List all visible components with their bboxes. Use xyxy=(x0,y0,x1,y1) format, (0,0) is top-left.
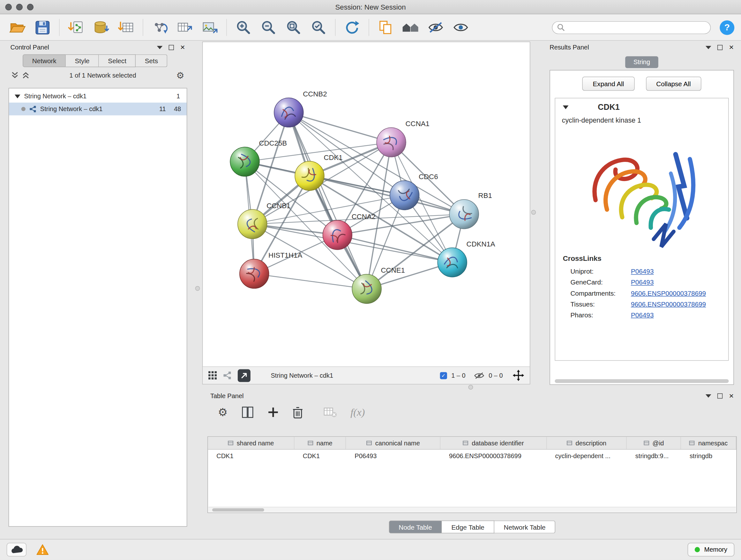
network-tools-button[interactable] xyxy=(149,17,171,38)
column-header[interactable]: description xyxy=(547,437,627,449)
help-button[interactable]: ? xyxy=(720,20,734,35)
column-header[interactable]: namespac xyxy=(681,437,736,449)
network-node-cdk1[interactable]: CDK1 xyxy=(295,153,343,191)
network-node-cdc6[interactable]: CDC6 xyxy=(390,173,438,210)
collapse-panel-icon[interactable] xyxy=(705,46,711,49)
tab-node-table[interactable]: Node Table xyxy=(389,520,442,533)
network-edge[interactable] xyxy=(337,235,452,262)
cell-namespace[interactable]: stringdb xyxy=(681,452,736,459)
column-header[interactable]: @id xyxy=(627,437,681,449)
warning-icon[interactable] xyxy=(36,543,49,556)
left-splitter-handle[interactable] xyxy=(195,286,200,291)
network-edge[interactable] xyxy=(289,112,367,289)
import-network-database-button[interactable] xyxy=(90,17,112,38)
cloud-status-button[interactable] xyxy=(7,543,26,557)
import-table-file-button[interactable] xyxy=(115,17,137,38)
tab-network-table[interactable]: Network Table xyxy=(494,520,556,533)
show-all-button[interactable] xyxy=(450,17,472,38)
show-columns-icon[interactable] xyxy=(241,406,254,419)
gear-icon[interactable]: ⚙ xyxy=(176,71,184,79)
refresh-network-button[interactable] xyxy=(341,17,363,38)
table-horizontal-scrollbar[interactable] xyxy=(208,507,736,512)
network-overview-icon[interactable] xyxy=(223,371,232,380)
gene-section-header[interactable]: CDK1 xyxy=(555,98,728,116)
results-horizontal-scrollbar[interactable] xyxy=(555,379,729,383)
network-node-rb1[interactable]: RB1 xyxy=(449,192,492,229)
network-node-ccnb1[interactable]: CCNB1 xyxy=(238,202,291,239)
network-node-ccna1[interactable]: CCNA1 xyxy=(377,120,429,157)
column-header[interactable]: database identifier xyxy=(441,437,547,449)
close-panel-icon[interactable]: ✕ xyxy=(729,44,734,50)
network-node-ccne1[interactable]: CCNE1 xyxy=(352,266,405,303)
cell-canonical-name[interactable]: P06493 xyxy=(346,452,441,459)
close-panel-icon[interactable]: ✕ xyxy=(180,44,185,50)
column-header[interactable]: name xyxy=(294,437,346,449)
tab-edge-table[interactable]: Edge Table xyxy=(442,520,494,533)
tab-style[interactable]: Style xyxy=(66,54,99,67)
tab-sets[interactable]: Sets xyxy=(136,54,167,67)
selected-items-checkbox[interactable]: ✓ xyxy=(440,372,447,379)
network-edge[interactable] xyxy=(310,176,464,214)
open-session-button[interactable] xyxy=(7,17,28,38)
memory-button[interactable]: Memory xyxy=(688,543,734,557)
collapse-panel-icon[interactable] xyxy=(157,46,163,49)
cell-name[interactable]: CDK1 xyxy=(294,452,346,459)
cell-database-identifier[interactable]: 9606.ENSP00000378699 xyxy=(441,452,547,459)
cell-shared-name[interactable]: CDK1 xyxy=(208,452,294,459)
network-row[interactable]: String Network – cdk1 11 48 xyxy=(9,103,187,115)
float-panel-icon[interactable] xyxy=(718,45,723,50)
collapse-panel-icon[interactable] xyxy=(705,394,711,397)
table-options-gear-icon[interactable]: ⚙ xyxy=(218,407,228,418)
maximize-window-button[interactable] xyxy=(27,4,33,10)
network-node-hist1h1a[interactable]: HIST1H1A xyxy=(240,251,302,288)
network-edge[interactable] xyxy=(254,273,367,289)
expand-all-button[interactable]: Expand All xyxy=(583,77,634,91)
crosslink-link[interactable]: P06493 xyxy=(631,267,654,275)
close-window-button[interactable] xyxy=(5,4,12,10)
expand-all-rows-icon[interactable] xyxy=(11,71,18,79)
close-panel-icon[interactable]: ✕ xyxy=(729,393,734,399)
horizontal-splitter-handle[interactable] xyxy=(468,385,473,389)
collapse-all-button[interactable]: Collapse All xyxy=(646,77,701,91)
disclosure-triangle-icon[interactable] xyxy=(563,105,569,109)
zoom-out-button[interactable] xyxy=(258,17,279,38)
crosslink-link[interactable]: P06493 xyxy=(631,311,654,319)
float-panel-icon[interactable] xyxy=(718,393,723,398)
float-panel-icon[interactable] xyxy=(169,45,174,50)
network-collection-row[interactable]: String Network – cdk1 1 xyxy=(9,90,187,103)
delete-column-trash-icon[interactable] xyxy=(292,406,304,419)
cell-description[interactable]: cyclin-dependent ... xyxy=(547,452,627,459)
import-network-file-button[interactable] xyxy=(65,17,87,38)
cell-id[interactable]: stringdb:9... xyxy=(627,452,681,459)
disclosure-triangle-icon[interactable] xyxy=(15,94,20,98)
zoom-in-button[interactable] xyxy=(232,17,254,38)
add-column-icon[interactable] xyxy=(267,407,279,418)
network-node-cdc25b[interactable]: CDC25B xyxy=(230,139,287,176)
right-splitter-handle[interactable] xyxy=(531,210,536,215)
network-node-cdkn1a[interactable]: CDKN1A xyxy=(437,240,495,277)
crosslink-link[interactable]: 9606.ENSP00000378699 xyxy=(631,289,706,297)
new-network-from-table-button[interactable] xyxy=(174,17,196,38)
home-views-button[interactable] xyxy=(400,17,421,38)
grid-view-icon[interactable] xyxy=(208,371,217,380)
zoom-fit-button[interactable] xyxy=(283,17,305,38)
search-input[interactable] xyxy=(568,24,705,31)
export-image-button[interactable] xyxy=(199,17,220,38)
column-header[interactable]: canonical name xyxy=(346,437,441,449)
crosslink-link[interactable]: P06493 xyxy=(631,278,654,286)
tab-network[interactable]: Network xyxy=(23,54,66,67)
toolbar-search[interactable] xyxy=(552,21,711,34)
hide-selection-button[interactable] xyxy=(425,17,447,38)
column-header[interactable]: shared name xyxy=(208,437,294,449)
network-edge[interactable] xyxy=(289,112,391,142)
string-results-tab[interactable]: String xyxy=(625,56,658,68)
pan-move-icon[interactable] xyxy=(513,370,524,381)
detach-view-button[interactable] xyxy=(238,369,251,382)
copy-button[interactable] xyxy=(375,17,396,38)
zoom-selected-button[interactable] xyxy=(308,17,329,38)
crosslink-link[interactable]: 9606.ENSP00000378699 xyxy=(631,300,706,308)
collapse-all-rows-icon[interactable] xyxy=(22,71,29,79)
network-canvas[interactable]: CCNB2CCNA1CDC25BCDK1CDC6RB1CCNB1CCNA2CDK… xyxy=(203,42,530,367)
tab-select[interactable]: Select xyxy=(99,54,136,67)
save-session-button[interactable] xyxy=(31,17,53,38)
